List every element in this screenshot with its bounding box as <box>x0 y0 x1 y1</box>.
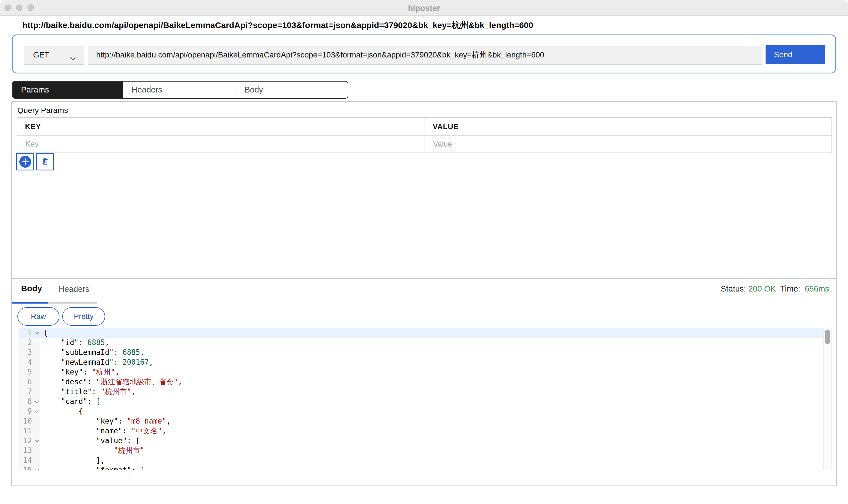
inactive-tab-underline <box>48 302 97 304</box>
code-text: "format": [ <box>40 465 832 470</box>
request-bar: GET Send <box>12 35 836 73</box>
method-select[interactable]: GET <box>24 46 84 65</box>
code-text: { <box>40 407 832 416</box>
code-text: "title": "杭州市", <box>40 387 832 397</box>
column-header-key: KEY <box>25 123 41 131</box>
code-text: "key": "杭州", <box>40 367 832 377</box>
table-row <box>17 136 831 152</box>
request-tabs: Params Headers Body <box>12 81 348 99</box>
line-number: 12 <box>18 436 40 446</box>
send-button[interactable]: Send <box>765 45 825 64</box>
line-number: 2 <box>18 338 40 347</box>
main-panel: Query Params KEY VALUE <box>11 101 837 486</box>
tab-params[interactable]: Params <box>13 82 123 98</box>
app-window: hiposter http://baike.baidu.com/api/open… <box>0 0 848 504</box>
tab-params-label: Params <box>21 85 49 94</box>
column-header-value: VALUE <box>433 123 459 131</box>
response-tab-headers[interactable]: Headers <box>59 285 89 294</box>
time-value: 656ms <box>805 284 829 293</box>
code-line: 3 "subLemmaId": 6885, <box>18 347 832 357</box>
scrollbar-thumb[interactable] <box>825 330 830 344</box>
line-number: 6 <box>18 377 40 387</box>
line-number: 11 <box>18 426 40 436</box>
code-text: "subLemmaId": 6885, <box>40 347 832 357</box>
status-value: 200 OK <box>748 284 776 293</box>
fold-chevron-icon[interactable] <box>35 439 39 442</box>
line-number: 9 <box>18 407 40 416</box>
line-number: 3 <box>18 347 40 357</box>
code-text: "杭州市" <box>40 446 832 455</box>
response-body-editor[interactable]: 1{2 "id": 6885,3 "subLemmaId": 6885,4 "n… <box>18 328 832 470</box>
line-number: 7 <box>18 387 40 397</box>
tab-headers-label: Headers <box>131 85 162 94</box>
code-line: 6 "desc": "浙江省辖地级市、省会", <box>18 377 832 387</box>
code-line: 11 "name": "中文名", <box>18 426 832 436</box>
line-number: 5 <box>18 367 40 377</box>
code-line: 14 ], <box>18 455 832 465</box>
status-label: Status: <box>721 284 746 293</box>
code-text: "value": [ <box>40 436 832 446</box>
tab-headers[interactable]: Headers <box>123 82 236 98</box>
active-tab-underline <box>12 302 48 304</box>
code-line: 8 "card": [ <box>18 397 832 407</box>
time-label: Time: <box>780 284 800 293</box>
response-status-row: Status: 200 OK Time: 656ms <box>721 284 829 293</box>
line-number: 10 <box>18 416 40 426</box>
line-number: 14 <box>18 455 40 465</box>
method-select-value: GET <box>33 51 49 59</box>
window-title: hiposter <box>0 4 848 13</box>
line-number: 15 <box>18 465 40 470</box>
url-input[interactable] <box>88 46 762 65</box>
editor-scrollbar[interactable] <box>823 328 832 470</box>
response-tab-body[interactable]: Body <box>21 284 42 293</box>
code-line: 12 "value": [ <box>18 436 832 446</box>
code-text: "newLemmaId": 200167, <box>40 357 832 367</box>
fold-chevron-icon[interactable] <box>35 468 39 470</box>
code-text: "desc": "浙江省辖地级市、省会", <box>40 377 832 387</box>
table-header-row: KEY VALUE <box>17 118 831 136</box>
code-text: "key": "m8_name", <box>40 416 832 426</box>
code-lines: 1{2 "id": 6885,3 "subLemmaId": 6885,4 "n… <box>18 328 832 470</box>
tab-body-label: Body <box>245 85 263 94</box>
pretty-view-button[interactable]: Pretty <box>62 307 105 326</box>
code-text: ], <box>40 455 832 465</box>
code-line: 2 "id": 6885, <box>18 338 832 347</box>
param-key-input[interactable] <box>25 140 406 149</box>
fold-chevron-icon[interactable] <box>35 409 39 413</box>
code-line: 4 "newLemmaId": 200167, <box>18 357 832 367</box>
code-line: 13 "杭州市" <box>18 446 832 455</box>
query-params-table: KEY VALUE <box>17 118 832 153</box>
code-text: "card": [ <box>40 397 832 407</box>
line-number: 8 <box>18 397 40 407</box>
code-line: 1{ <box>18 328 832 338</box>
code-text: { <box>40 328 832 338</box>
add-param-button[interactable] <box>16 153 34 170</box>
code-line: 5 "key": "杭州", <box>18 367 832 377</box>
fold-chevron-icon[interactable] <box>35 331 39 335</box>
code-text: "name": "中文名", <box>40 426 832 436</box>
plus-circle-icon <box>19 156 31 168</box>
titlebar: hiposter <box>0 0 848 16</box>
line-number: 1 <box>18 328 40 338</box>
line-number: 4 <box>18 357 40 367</box>
query-params-title: Query Params <box>17 106 68 115</box>
tab-body[interactable]: Body <box>236 82 348 98</box>
code-text: "id": 6885, <box>40 338 832 347</box>
code-line: 7 "title": "杭州市", <box>18 387 832 397</box>
fold-chevron-icon[interactable] <box>35 399 39 403</box>
code-line: 10 "key": "m8_name", <box>18 416 832 426</box>
request-response-divider <box>12 278 836 279</box>
raw-view-button[interactable]: Raw <box>17 307 59 326</box>
code-line: 15 "format": [ <box>18 465 832 470</box>
code-line: 9 { <box>18 407 832 416</box>
chevron-down-icon <box>70 54 76 62</box>
param-value-input[interactable] <box>433 140 813 149</box>
delete-param-button[interactable] <box>36 153 54 170</box>
line-number: 13 <box>18 446 40 455</box>
trash-icon <box>40 157 50 167</box>
request-url-heading: http://baike.baidu.com/api/openapi/Baike… <box>22 20 533 31</box>
